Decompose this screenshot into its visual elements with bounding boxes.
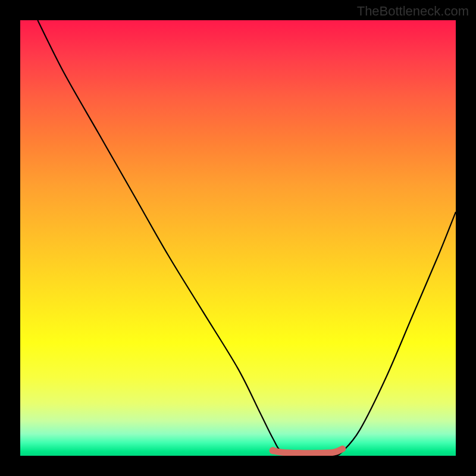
optimal-start-dot bbox=[270, 447, 277, 454]
bottleneck-curve bbox=[37, 20, 456, 456]
optimal-range-marker bbox=[273, 449, 343, 453]
chart-svg bbox=[20, 20, 456, 456]
watermark-text: TheBottleneck.com bbox=[357, 4, 469, 19]
plot-area bbox=[20, 20, 456, 456]
